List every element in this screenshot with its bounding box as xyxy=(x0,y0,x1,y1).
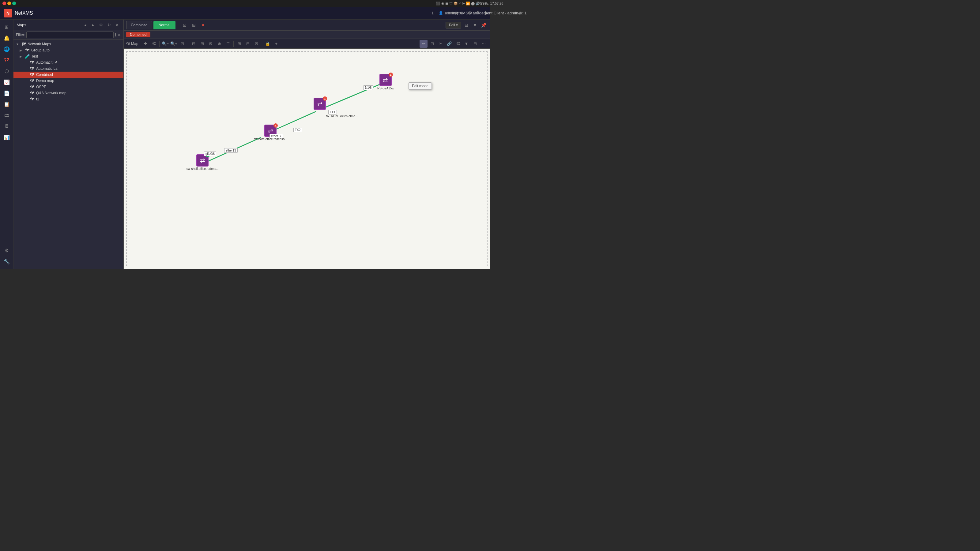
maps-tree: ▼ 🗺 Network Maps ▶ 🗺 Group auto ▶ 🧪 Test… xyxy=(13,40,123,269)
toolbar-scissors[interactable]: ✂ xyxy=(437,40,445,48)
sidebar-icon-alerts[interactable]: 🔔 xyxy=(2,33,12,43)
sidebar-icon-tools[interactable]: 🔧 xyxy=(2,257,12,266)
sidebar-icon-metrics[interactable]: 📊 xyxy=(2,132,12,142)
toolbar-add-link[interactable]: ⛓ xyxy=(150,40,158,48)
toolbar-more[interactable]: ⋯ xyxy=(480,40,488,48)
node-sw-core[interactable]: ⇄ ▲ sw-core.office.radenso... xyxy=(254,125,287,141)
tree-arrow-group-auto: ▶ xyxy=(20,49,23,52)
node-sw-shelf[interactable]: ⇄ sw-shelf.office.radens... xyxy=(186,154,219,170)
window-controls[interactable] xyxy=(2,2,16,5)
filter-clear-icon[interactable]: ✕ xyxy=(118,33,121,37)
tree-item-group-auto[interactable]: ▶ 🗺 Group auto xyxy=(13,47,123,53)
toolbar-sep-2 xyxy=(188,41,188,47)
toolbar-lock[interactable]: 🔒 xyxy=(264,40,272,48)
sidebar-icon-reports[interactable]: 📄 xyxy=(2,88,12,98)
sidebar-icon-maps[interactable]: 🗺 xyxy=(2,55,12,65)
tree-item-t1[interactable]: 🗺 t1 xyxy=(13,96,123,102)
map-canvas[interactable]: ⇄ sw-shelf.office.radens... gi1/0/8 ⇄ ▲ … xyxy=(124,49,490,269)
maximize-button[interactable] xyxy=(12,2,16,5)
toolbar-center-h[interactable]: ⊠ xyxy=(207,40,215,48)
sidebar-icon-graphs[interactable]: 📈 xyxy=(2,77,12,87)
tree-label-qa-network-map: Q&A Network map xyxy=(36,91,121,95)
tree-icon-group-auto: 🗺 xyxy=(24,48,30,52)
toolbar-copy-view[interactable]: ⊡ xyxy=(428,40,436,48)
port-label-gi108: gi1/0/8 xyxy=(204,151,216,156)
tree-label-test: Test xyxy=(31,54,121,59)
toolbar-align-h[interactable]: ⊟ xyxy=(189,40,197,48)
tooltip-text: Edit mode xyxy=(412,84,428,88)
os-title-bar: C 5 sep, 17:57:26 ⬛ ◉ ☰ 🛡 📦 ✓ lv 📶 ⬤ 🔊 7… xyxy=(0,0,490,7)
refresh-button[interactable]: ↻ xyxy=(106,21,112,28)
tab-close-button[interactable]: ✕ xyxy=(199,21,207,29)
map-label-text: Map xyxy=(131,41,138,46)
toolbar-top[interactable]: ⊤ xyxy=(224,40,232,48)
poll-button[interactable]: Poll ▾ xyxy=(445,22,461,29)
tree-label-combined: Combined xyxy=(36,73,121,77)
sidebar-icon-monitor[interactable]: 🖥 xyxy=(2,121,12,131)
filter-button[interactable]: ⚙ xyxy=(98,21,105,28)
toolbar-grid3[interactable]: ⊠ xyxy=(252,40,260,48)
tab-normal[interactable]: Normal xyxy=(153,21,176,29)
user-icon: 👤 xyxy=(439,11,443,15)
toolbar-center-v[interactable]: ⊕ xyxy=(215,40,223,48)
toolbar-zoom-in[interactable]: 🔍+ xyxy=(170,40,178,48)
maps-panel: Maps ◂ ▸ ⚙ ↻ ✕ Filter: ℹ ✕ ▼ 🗺 Network M… xyxy=(13,20,124,269)
tab-combined[interactable]: Combined xyxy=(126,21,152,29)
node-rs-b2a15e[interactable]: ⇄ ▲ RS-B2A15E xyxy=(377,74,394,90)
node-box-rs-b2a15e: ⇄ ▲ xyxy=(379,74,392,86)
sidebar-icon-topology[interactable]: ⬡ xyxy=(2,66,12,76)
sidebar-icon-overview[interactable]: ⊞ xyxy=(2,22,12,32)
tree-root-network-maps[interactable]: ▼ 🗺 Network Maps xyxy=(13,41,123,47)
tab-pin[interactable]: 📌 xyxy=(480,21,488,29)
filter-input[interactable] xyxy=(26,32,114,38)
port-label-ether13: ether13 xyxy=(224,148,238,153)
sidebar-icon-settings[interactable]: ⚙ xyxy=(2,246,12,255)
tab-view-list[interactable]: ⊟ xyxy=(463,21,470,29)
back-button[interactable]: ◂ xyxy=(82,21,89,28)
node-ntron[interactable]: ⇄ ▲ xyxy=(313,98,326,110)
tree-icon-automacit-ip: 🗺 xyxy=(29,60,35,65)
ntron-label: N-TRON Switch eb6d... xyxy=(326,114,358,118)
tree-item-automacit-ip[interactable]: 🗺 Automacit IP xyxy=(13,59,123,65)
toolbar-link2[interactable]: ⛓ xyxy=(454,40,462,48)
tree-item-automatic-l2[interactable]: 🗺 Automatic L2 xyxy=(13,65,123,71)
toolbar-plus[interactable]: + xyxy=(272,40,280,48)
node-icon-sw-core: ⇄ xyxy=(268,127,273,134)
toolbar-zoom-out[interactable]: 🔍− xyxy=(161,40,169,48)
close-panel-button[interactable]: ✕ xyxy=(114,21,120,28)
toolbar-grid2[interactable]: ⊟ xyxy=(244,40,252,48)
forward-button[interactable]: ▸ xyxy=(90,21,97,28)
tree-item-test[interactable]: ▶ 🧪 Test xyxy=(13,53,123,59)
toolbar-fit[interactable]: ⊡ xyxy=(178,40,186,48)
breadcrumb-combined[interactable]: Combined xyxy=(126,32,150,37)
tab-view-drop[interactable]: ▼ xyxy=(471,21,479,29)
tree-label-t1: t1 xyxy=(36,97,121,101)
edit-mode-tooltip: Edit mode xyxy=(409,83,432,90)
toolbar-link1[interactable]: 🔗 xyxy=(445,40,453,48)
filter-info-icon[interactable]: ℹ xyxy=(115,32,116,37)
sidebar-icon-network[interactable]: 🌐 xyxy=(2,44,12,54)
tab-combined-label: Combined xyxy=(131,23,148,27)
close-button[interactable] xyxy=(2,2,6,5)
minimize-button[interactable] xyxy=(7,2,11,5)
tree-label-automacit-ip: Automacit IP xyxy=(36,60,121,65)
tree-item-demo-map[interactable]: 🗺 Demo map xyxy=(13,78,123,84)
tree-item-combined[interactable]: 🗺 Combined xyxy=(13,71,123,78)
toolbar-open[interactable]: ⊞ xyxy=(471,40,479,48)
port-label-tx1: TX1 xyxy=(328,110,337,114)
tree-icon-demo-map: 🗺 xyxy=(29,78,35,83)
tree-item-ospf[interactable]: 🗺 OSPF xyxy=(13,84,123,90)
sidebar-icon-objects[interactable]: 📋 xyxy=(2,99,12,109)
tree-item-qa-network-map[interactable]: 🗺 Q&A Network map xyxy=(13,90,123,96)
toolbar-grid1[interactable]: ⊞ xyxy=(235,40,243,48)
node-icon-sw-shelf: ⇄ xyxy=(200,157,205,164)
tab-copy-button[interactable]: ⊞ xyxy=(190,21,198,29)
toolbar-align-v[interactable]: ⊞ xyxy=(198,40,206,48)
tree-label-ospf: OSPF xyxy=(36,85,121,89)
sidebar-icon-inventory[interactable]: 🗃 xyxy=(2,110,12,120)
toolbar-pencil[interactable]: ✏ xyxy=(420,40,428,48)
toolbar-add-object[interactable]: ✚ xyxy=(141,40,149,48)
toolbar-dropdown[interactable]: ▼ xyxy=(463,40,470,48)
tab-save-button[interactable]: ⊡ xyxy=(181,21,189,29)
window-title: NetXMS Management Client - admin@::1 xyxy=(453,11,490,15)
